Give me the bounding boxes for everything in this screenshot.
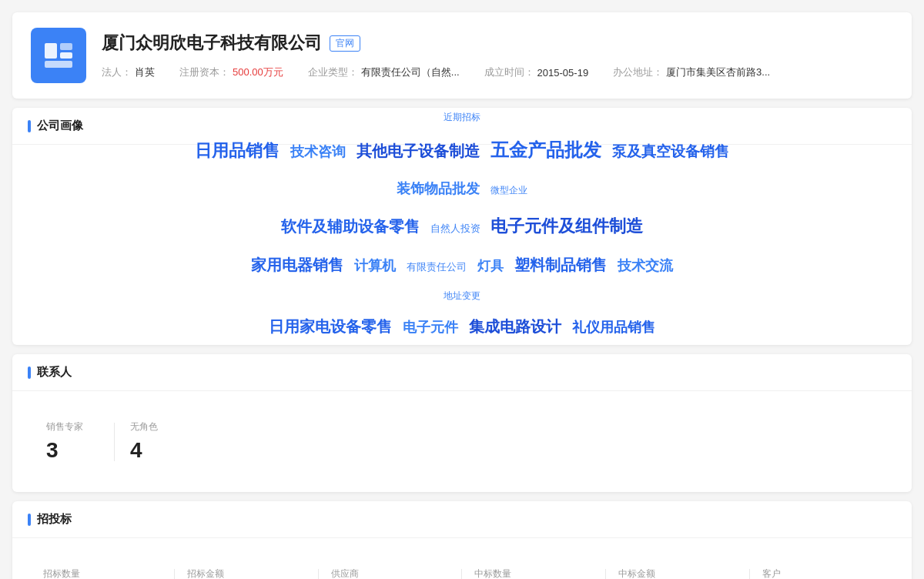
- contact-header: 联系人: [12, 354, 912, 391]
- word-tech-exchange[interactable]: 技术交流: [618, 251, 673, 282]
- word-hardware-wholesale[interactable]: 五金产品批发: [490, 130, 601, 171]
- meta-address: 办公地址： 厦门市集美区杏前路3...: [613, 65, 770, 79]
- word-electronic-component[interactable]: 电子元件: [403, 313, 458, 343]
- company-logo: [31, 28, 86, 83]
- meta-company-type: 企业类型： 有限责任公司（自然...: [308, 65, 460, 79]
- official-site-badge[interactable]: 官网: [330, 35, 360, 52]
- bidding-title: 招投标: [37, 512, 72, 527]
- company-name: 厦门众明欣电子科技有限公司: [102, 32, 322, 55]
- win-amount-item: 中标金额 -元: [606, 561, 749, 579]
- word-ceremony-goods[interactable]: 礼仪用品销售: [572, 313, 655, 343]
- company-header: 厦门众明欣电子科技有限公司 官网 法人： 肖英 注册资本： 500.00万元 企…: [12, 12, 912, 99]
- contact-stats: 销售专家 3 无角色 4: [31, 407, 893, 477]
- bidding-title-bar: [28, 514, 31, 526]
- bidding-header: 招投标: [12, 501, 912, 538]
- svg-rect-3: [45, 61, 72, 68]
- word-recent-bid[interactable]: 近期招标: [444, 108, 480, 127]
- word-address-change[interactable]: 地址变更: [444, 286, 480, 306]
- win-count-label: 中标数量: [474, 567, 593, 579]
- stat-sales-expert: 销售专家 3: [31, 414, 114, 469]
- word-micro-enterprise[interactable]: 微型企业: [490, 180, 527, 200]
- contact-body: 销售专家 3 无角色 4: [12, 391, 912, 492]
- word-tech-consult[interactable]: 技术咨询: [290, 137, 346, 168]
- word-home-appliance[interactable]: 家用电器销售: [251, 248, 343, 282]
- supplier-label: 供应商: [331, 567, 450, 579]
- word-limited-company[interactable]: 有限责任公司: [407, 256, 467, 279]
- company-image-section: 公司画像 近期招标 日用品销售 技术咨询 其他电子设备制造 五金产品批发 泵及真…: [12, 108, 912, 345]
- word-home-device-retail[interactable]: 日用家电设备零售: [269, 310, 392, 343]
- word-other-electronics[interactable]: 其他电子设备制造: [357, 134, 480, 168]
- bidding-body: 招标数量 2次 招标金额 -元 供应商 0家: [12, 538, 912, 579]
- stat-no-role: 无角色 4: [115, 414, 189, 469]
- bidding-section: 招投标 招标数量 2次 招标金额 -元: [12, 501, 912, 579]
- word-natural-invest[interactable]: 自然人投资: [430, 218, 480, 240]
- svg-rect-1: [60, 43, 72, 50]
- stat-no-role-value: 4: [130, 438, 158, 463]
- svg-rect-2: [60, 52, 72, 59]
- bid-amount-item: 招标金额 -元: [175, 561, 318, 579]
- meta-registered-capital: 注册资本： 500.00万元: [179, 65, 283, 79]
- contact-title-bar: [28, 366, 31, 379]
- bid-count-label: 招标数量: [43, 567, 162, 579]
- word-software-retail[interactable]: 软件及辅助设备零售: [281, 209, 420, 243]
- svg-rect-0: [45, 43, 57, 59]
- word-computer[interactable]: 计算机: [354, 251, 396, 282]
- company-name-row: 厦门众明欣电子科技有限公司 官网: [102, 32, 893, 55]
- win-count-item: 中标数量 0次: [462, 561, 605, 579]
- stat-sales-expert-label: 销售专家: [46, 420, 83, 433]
- word-lamp[interactable]: 灯具: [477, 252, 504, 280]
- contact-title: 联系人: [37, 365, 72, 380]
- stat-no-role-label: 无角色: [130, 420, 158, 433]
- word-plastic-products[interactable]: 塑料制品销售: [514, 248, 607, 282]
- bid-stats: 招标数量 2次 招标金额 -元 供应商 0家: [31, 554, 893, 579]
- meta-legal-person: 法人： 肖英: [102, 65, 155, 79]
- stat-sales-expert-value: 3: [46, 438, 83, 463]
- win-amount-label: 中标金额: [618, 567, 737, 579]
- page-wrapper: 厦门众明欣电子科技有限公司 官网 法人： 肖英 注册资本： 500.00万元 企…: [0, 0, 924, 579]
- bid-amount-label: 招标金额: [187, 567, 306, 579]
- word-cloud: 近期招标 日用品销售 技术咨询 其他电子设备制造 五金产品批发 泵及真空设备销售…: [31, 160, 893, 330]
- bid-count-item: 招标数量 2次: [31, 561, 174, 579]
- client-label: 客户: [762, 567, 881, 579]
- word-daily-goods[interactable]: 日用品销售: [195, 132, 280, 169]
- word-pump-vacuum[interactable]: 泵及真空设备销售: [612, 136, 729, 168]
- word-decoration-wholesale[interactable]: 装饰物品批发: [397, 174, 480, 205]
- word-cloud-inner: 近期招标 日用品销售 技术咨询 其他电子设备制造 五金产品批发 泵及真空设备销售…: [31, 108, 893, 345]
- word-circuit-design[interactable]: 集成电路设计: [469, 310, 561, 343]
- word-electronic-component-mfg[interactable]: 电子元件及组件制造: [490, 208, 643, 245]
- company-meta: 法人： 肖英 注册资本： 500.00万元 企业类型： 有限责任公司（自然...…: [102, 65, 893, 79]
- contact-section: 联系人 销售专家 3 无角色 4: [12, 354, 912, 492]
- supplier-item: 供应商 0家: [319, 561, 462, 579]
- company-image-body: 近期招标 日用品销售 技术咨询 其他电子设备制造 五金产品批发 泵及真空设备销售…: [12, 145, 912, 345]
- client-item: 客户 0家: [750, 561, 893, 579]
- company-title-area: 厦门众明欣电子科技有限公司 官网 法人： 肖英 注册资本： 500.00万元 企…: [102, 32, 893, 79]
- meta-established: 成立时间： 2015-05-19: [484, 65, 589, 79]
